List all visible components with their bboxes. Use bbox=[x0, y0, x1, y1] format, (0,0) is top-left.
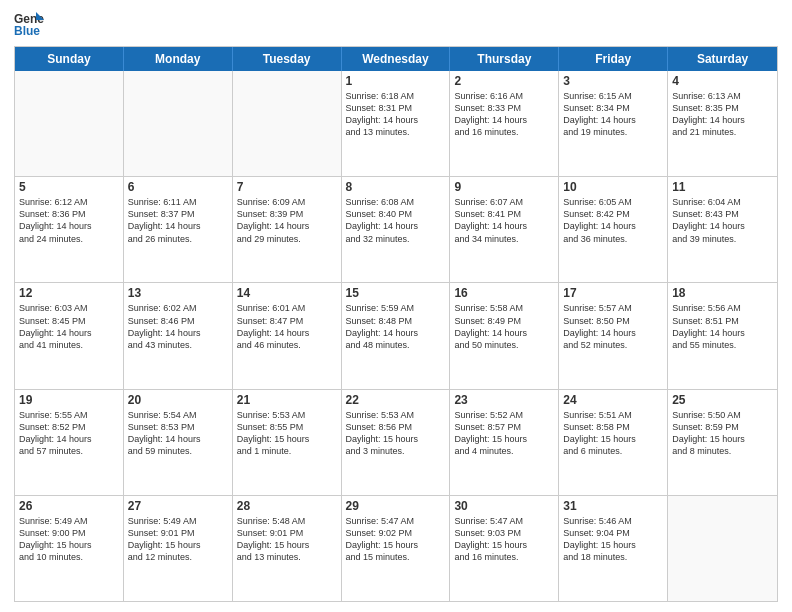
day-number: 4 bbox=[672, 74, 773, 88]
day-number: 5 bbox=[19, 180, 119, 194]
calendar-cell-10: 10Sunrise: 6:05 AM Sunset: 8:42 PM Dayli… bbox=[559, 177, 668, 282]
day-info: Sunrise: 6:13 AM Sunset: 8:35 PM Dayligh… bbox=[672, 90, 773, 139]
day-number: 24 bbox=[563, 393, 663, 407]
day-info: Sunrise: 5:54 AM Sunset: 8:53 PM Dayligh… bbox=[128, 409, 228, 458]
day-number: 1 bbox=[346, 74, 446, 88]
day-number: 30 bbox=[454, 499, 554, 513]
day-info: Sunrise: 5:47 AM Sunset: 9:03 PM Dayligh… bbox=[454, 515, 554, 564]
calendar-cell-17: 17Sunrise: 5:57 AM Sunset: 8:50 PM Dayli… bbox=[559, 283, 668, 388]
day-number: 26 bbox=[19, 499, 119, 513]
day-number: 12 bbox=[19, 286, 119, 300]
day-info: Sunrise: 6:05 AM Sunset: 8:42 PM Dayligh… bbox=[563, 196, 663, 245]
day-number: 6 bbox=[128, 180, 228, 194]
calendar-cell-30: 30Sunrise: 5:47 AM Sunset: 9:03 PM Dayli… bbox=[450, 496, 559, 601]
page-header: General Blue bbox=[14, 10, 778, 38]
calendar-cell-3: 3Sunrise: 6:15 AM Sunset: 8:34 PM Daylig… bbox=[559, 71, 668, 176]
day-number: 9 bbox=[454, 180, 554, 194]
calendar-cell-23: 23Sunrise: 5:52 AM Sunset: 8:57 PM Dayli… bbox=[450, 390, 559, 495]
day-info: Sunrise: 6:07 AM Sunset: 8:41 PM Dayligh… bbox=[454, 196, 554, 245]
calendar-cell-16: 16Sunrise: 5:58 AM Sunset: 8:49 PM Dayli… bbox=[450, 283, 559, 388]
calendar-cell-1: 1Sunrise: 6:18 AM Sunset: 8:31 PM Daylig… bbox=[342, 71, 451, 176]
day-number: 13 bbox=[128, 286, 228, 300]
day-info: Sunrise: 5:47 AM Sunset: 9:02 PM Dayligh… bbox=[346, 515, 446, 564]
header-day-saturday: Saturday bbox=[668, 47, 777, 71]
calendar-cell-empty bbox=[15, 71, 124, 176]
calendar-cell-5: 5Sunrise: 6:12 AM Sunset: 8:36 PM Daylig… bbox=[15, 177, 124, 282]
calendar-cell-15: 15Sunrise: 5:59 AM Sunset: 8:48 PM Dayli… bbox=[342, 283, 451, 388]
day-info: Sunrise: 5:53 AM Sunset: 8:56 PM Dayligh… bbox=[346, 409, 446, 458]
header-day-friday: Friday bbox=[559, 47, 668, 71]
calendar-cell-9: 9Sunrise: 6:07 AM Sunset: 8:41 PM Daylig… bbox=[450, 177, 559, 282]
day-number: 27 bbox=[128, 499, 228, 513]
day-info: Sunrise: 5:58 AM Sunset: 8:49 PM Dayligh… bbox=[454, 302, 554, 351]
day-number: 28 bbox=[237, 499, 337, 513]
day-number: 8 bbox=[346, 180, 446, 194]
day-info: Sunrise: 6:15 AM Sunset: 8:34 PM Dayligh… bbox=[563, 90, 663, 139]
calendar: SundayMondayTuesdayWednesdayThursdayFrid… bbox=[14, 46, 778, 602]
day-number: 16 bbox=[454, 286, 554, 300]
day-number: 3 bbox=[563, 74, 663, 88]
calendar-cell-14: 14Sunrise: 6:01 AM Sunset: 8:47 PM Dayli… bbox=[233, 283, 342, 388]
calendar-row-5: 26Sunrise: 5:49 AM Sunset: 9:00 PM Dayli… bbox=[15, 495, 777, 601]
day-info: Sunrise: 5:57 AM Sunset: 8:50 PM Dayligh… bbox=[563, 302, 663, 351]
day-info: Sunrise: 6:01 AM Sunset: 8:47 PM Dayligh… bbox=[237, 302, 337, 351]
day-number: 14 bbox=[237, 286, 337, 300]
logo-icon: General Blue bbox=[14, 10, 44, 38]
calendar-cell-empty bbox=[124, 71, 233, 176]
day-number: 29 bbox=[346, 499, 446, 513]
day-info: Sunrise: 6:12 AM Sunset: 8:36 PM Dayligh… bbox=[19, 196, 119, 245]
calendar-body: 1Sunrise: 6:18 AM Sunset: 8:31 PM Daylig… bbox=[15, 71, 777, 601]
calendar-cell-18: 18Sunrise: 5:56 AM Sunset: 8:51 PM Dayli… bbox=[668, 283, 777, 388]
calendar-row-2: 5Sunrise: 6:12 AM Sunset: 8:36 PM Daylig… bbox=[15, 176, 777, 282]
day-info: Sunrise: 5:49 AM Sunset: 9:01 PM Dayligh… bbox=[128, 515, 228, 564]
calendar-cell-7: 7Sunrise: 6:09 AM Sunset: 8:39 PM Daylig… bbox=[233, 177, 342, 282]
calendar-cell-21: 21Sunrise: 5:53 AM Sunset: 8:55 PM Dayli… bbox=[233, 390, 342, 495]
day-info: Sunrise: 5:46 AM Sunset: 9:04 PM Dayligh… bbox=[563, 515, 663, 564]
calendar-row-3: 12Sunrise: 6:03 AM Sunset: 8:45 PM Dayli… bbox=[15, 282, 777, 388]
header-day-monday: Monday bbox=[124, 47, 233, 71]
day-info: Sunrise: 5:50 AM Sunset: 8:59 PM Dayligh… bbox=[672, 409, 773, 458]
day-info: Sunrise: 6:16 AM Sunset: 8:33 PM Dayligh… bbox=[454, 90, 554, 139]
calendar-cell-28: 28Sunrise: 5:48 AM Sunset: 9:01 PM Dayli… bbox=[233, 496, 342, 601]
day-info: Sunrise: 6:04 AM Sunset: 8:43 PM Dayligh… bbox=[672, 196, 773, 245]
day-info: Sunrise: 5:52 AM Sunset: 8:57 PM Dayligh… bbox=[454, 409, 554, 458]
day-info: Sunrise: 5:51 AM Sunset: 8:58 PM Dayligh… bbox=[563, 409, 663, 458]
day-info: Sunrise: 6:09 AM Sunset: 8:39 PM Dayligh… bbox=[237, 196, 337, 245]
calendar-cell-4: 4Sunrise: 6:13 AM Sunset: 8:35 PM Daylig… bbox=[668, 71, 777, 176]
day-info: Sunrise: 6:11 AM Sunset: 8:37 PM Dayligh… bbox=[128, 196, 228, 245]
calendar-cell-24: 24Sunrise: 5:51 AM Sunset: 8:58 PM Dayli… bbox=[559, 390, 668, 495]
header-day-sunday: Sunday bbox=[15, 47, 124, 71]
calendar-header: SundayMondayTuesdayWednesdayThursdayFrid… bbox=[15, 47, 777, 71]
day-info: Sunrise: 5:55 AM Sunset: 8:52 PM Dayligh… bbox=[19, 409, 119, 458]
day-info: Sunrise: 5:48 AM Sunset: 9:01 PM Dayligh… bbox=[237, 515, 337, 564]
calendar-row-1: 1Sunrise: 6:18 AM Sunset: 8:31 PM Daylig… bbox=[15, 71, 777, 176]
logo: General Blue bbox=[14, 10, 44, 38]
day-info: Sunrise: 5:49 AM Sunset: 9:00 PM Dayligh… bbox=[19, 515, 119, 564]
calendar-cell-13: 13Sunrise: 6:02 AM Sunset: 8:46 PM Dayli… bbox=[124, 283, 233, 388]
calendar-cell-27: 27Sunrise: 5:49 AM Sunset: 9:01 PM Dayli… bbox=[124, 496, 233, 601]
day-number: 7 bbox=[237, 180, 337, 194]
day-number: 2 bbox=[454, 74, 554, 88]
day-number: 25 bbox=[672, 393, 773, 407]
day-info: Sunrise: 5:56 AM Sunset: 8:51 PM Dayligh… bbox=[672, 302, 773, 351]
svg-text:Blue: Blue bbox=[14, 24, 40, 38]
day-number: 19 bbox=[19, 393, 119, 407]
calendar-cell-29: 29Sunrise: 5:47 AM Sunset: 9:02 PM Dayli… bbox=[342, 496, 451, 601]
calendar-cell-12: 12Sunrise: 6:03 AM Sunset: 8:45 PM Dayli… bbox=[15, 283, 124, 388]
day-info: Sunrise: 6:02 AM Sunset: 8:46 PM Dayligh… bbox=[128, 302, 228, 351]
day-info: Sunrise: 6:03 AM Sunset: 8:45 PM Dayligh… bbox=[19, 302, 119, 351]
day-number: 21 bbox=[237, 393, 337, 407]
day-number: 23 bbox=[454, 393, 554, 407]
header-day-thursday: Thursday bbox=[450, 47, 559, 71]
calendar-cell-22: 22Sunrise: 5:53 AM Sunset: 8:56 PM Dayli… bbox=[342, 390, 451, 495]
day-number: 10 bbox=[563, 180, 663, 194]
calendar-cell-25: 25Sunrise: 5:50 AM Sunset: 8:59 PM Dayli… bbox=[668, 390, 777, 495]
calendar-cell-11: 11Sunrise: 6:04 AM Sunset: 8:43 PM Dayli… bbox=[668, 177, 777, 282]
day-number: 20 bbox=[128, 393, 228, 407]
calendar-cell-19: 19Sunrise: 5:55 AM Sunset: 8:52 PM Dayli… bbox=[15, 390, 124, 495]
calendar-cell-31: 31Sunrise: 5:46 AM Sunset: 9:04 PM Dayli… bbox=[559, 496, 668, 601]
day-number: 18 bbox=[672, 286, 773, 300]
header-day-tuesday: Tuesday bbox=[233, 47, 342, 71]
day-number: 11 bbox=[672, 180, 773, 194]
day-number: 15 bbox=[346, 286, 446, 300]
